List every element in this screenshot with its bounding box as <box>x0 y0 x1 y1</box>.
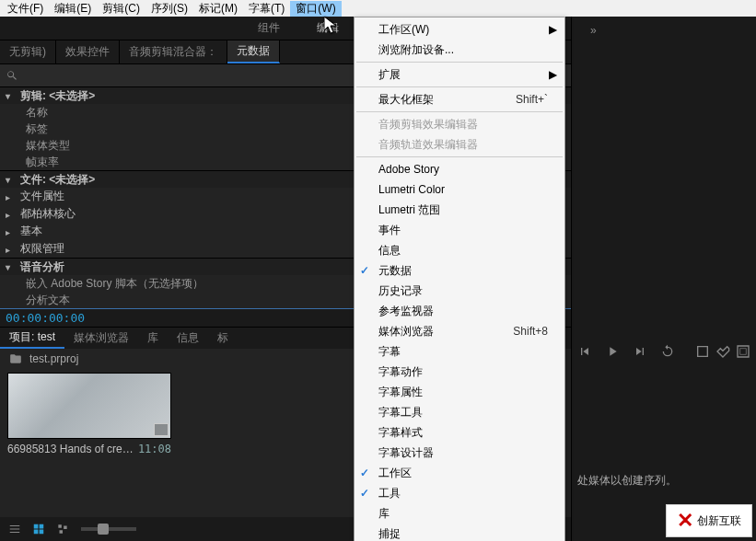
meta-item-label: 权限管理 <box>20 241 64 257</box>
menu-item-字幕工具[interactable]: 字幕工具 <box>355 402 564 422</box>
menu-item-工作区[interactable]: ✓工作区 <box>355 463 564 483</box>
search-icon <box>6 69 18 82</box>
menu-窗口(W)[interactable]: 窗口(W) <box>290 1 341 17</box>
safe-margins-icon[interactable] <box>736 344 750 359</box>
menu-item-字幕[interactable]: 字幕 <box>355 341 564 362</box>
panel-tab-1[interactable]: 效果控件 <box>56 40 120 63</box>
menu-separator <box>356 111 563 112</box>
project-tab-0[interactable]: 项目: test <box>0 328 64 349</box>
window-menu-dropdown: 工作区(W)▶浏览附加设备...扩展▶最大化框架Shift+`音频剪辑效果编辑器… <box>354 17 565 541</box>
menu-item-媒体浏览器[interactable]: 媒体浏览器Shift+8 <box>355 321 564 341</box>
menu-item-扩展[interactable]: 扩展▶ <box>355 64 564 85</box>
menu-编辑(E)[interactable]: 编辑(E) <box>49 1 97 17</box>
check-icon: ✓ <box>360 487 369 500</box>
menu-item-信息[interactable]: 信息 <box>355 240 564 260</box>
icon-view-button[interactable] <box>28 520 50 538</box>
project-tab-4[interactable]: 标 <box>208 328 238 349</box>
workspace-编辑[interactable]: 编辑 <box>317 20 339 36</box>
menu-item-历史记录[interactable]: 历史记录 <box>355 281 564 301</box>
bin-icon <box>9 352 22 365</box>
program-monitor-area: » 处媒体以创建序列。 <box>571 17 756 541</box>
meta-item-label: 文件属性 <box>20 189 64 204</box>
disclosure-triangle-icon[interactable] <box>6 208 17 221</box>
menu-item-工作区(W)[interactable]: 工作区(W)▶ <box>355 19 564 40</box>
disclosure-triangle-icon[interactable] <box>6 173 17 186</box>
watermark-icon: ✕ <box>677 509 693 533</box>
menu-item-label: 浏览附加设备... <box>378 42 454 58</box>
menu-item-Lumetri Color[interactable]: Lumetri Color <box>355 179 564 200</box>
menu-item-Lumetri 范围[interactable]: Lumetri 范围 <box>355 200 564 220</box>
disclosure-triangle-icon[interactable] <box>6 190 17 203</box>
submenu-arrow-icon: ▶ <box>549 23 557 36</box>
step-back-icon[interactable] <box>577 344 592 359</box>
menu-item-label: Adobe Story <box>378 163 439 176</box>
menu-item-库[interactable]: 库 <box>355 503 564 524</box>
disclosure-triangle-icon[interactable] <box>6 225 17 238</box>
menu-item-浏览附加设备...[interactable]: 浏览附加设备... <box>355 40 564 60</box>
menu-item-音频轨道效果编辑器: 音频轨道效果编辑器 <box>355 134 564 155</box>
project-tab-2[interactable]: 库 <box>138 328 168 349</box>
check-icon: ✓ <box>360 466 369 479</box>
menu-item-捕捉[interactable]: 捕捉 <box>355 524 564 541</box>
menu-item-工具[interactable]: ✓工具 <box>355 483 564 503</box>
play-icon[interactable] <box>605 344 620 359</box>
clip-duration: 11:08 <box>138 443 171 455</box>
overflow-chevron-icon[interactable]: » <box>590 24 597 37</box>
menu-文件(F)[interactable]: 文件(F) <box>2 1 49 17</box>
submenu-arrow-icon: ▶ <box>549 68 557 81</box>
disclosure-triangle-icon[interactable] <box>6 89 17 102</box>
menu-item-元数据[interactable]: ✓元数据 <box>355 260 564 281</box>
menu-item-label: 媒体浏览器 <box>378 324 434 340</box>
list-view-button[interactable] <box>4 520 26 538</box>
panel-tab-3[interactable]: 元数据 <box>227 40 280 63</box>
menu-item-label: 库 <box>378 506 390 522</box>
menu-item-音频剪辑效果编辑器: 音频剪辑效果编辑器 <box>355 114 564 134</box>
disclosure-triangle-icon[interactable] <box>6 260 17 273</box>
menu-item-参考监视器[interactable]: 参考监视器 <box>355 301 564 321</box>
workspace-组件[interactable]: 组件 <box>258 20 280 36</box>
freeform-view-button[interactable] <box>52 520 74 538</box>
project-filename: test.prproj <box>29 352 78 365</box>
panel-tab-0[interactable]: 无剪辑) <box>0 40 56 63</box>
menu-item-label: 工作区 <box>378 466 412 481</box>
step-forward-icon[interactable] <box>633 344 647 359</box>
clip-thumbnail[interactable] <box>7 373 171 439</box>
clip-name[interactable]: 66985813 Hands of creativ... <box>7 443 138 455</box>
menu-item-字幕设计器[interactable]: 字幕设计器 <box>355 443 564 463</box>
menu-item-label: 信息 <box>378 243 401 259</box>
project-tab-3[interactable]: 信息 <box>168 328 208 349</box>
menu-item-Adobe Story[interactable]: Adobe Story <box>355 159 564 179</box>
main-menubar: 文件(F)编辑(E)剪辑(C)序列(S)标记(M)字幕(T)窗口(W) <box>0 0 756 17</box>
menu-item-label: 工具 <box>378 486 401 501</box>
zoom-slider[interactable] <box>81 527 136 531</box>
menu-序列(S)[interactable]: 序列(S) <box>145 1 193 17</box>
menu-item-label: 扩展 <box>378 67 401 83</box>
meta-item-label: 都柏林核心 <box>20 206 76 222</box>
watermark-text: 创新互联 <box>697 513 741 529</box>
menu-item-label: 元数据 <box>378 263 412 279</box>
loop-icon[interactable] <box>660 344 675 359</box>
panel-tab-2[interactable]: 音频剪辑混合器： <box>120 40 227 63</box>
meta-section-label: 剪辑: <未选择> <box>20 88 95 104</box>
menu-item-label: Lumetri 范围 <box>378 202 440 218</box>
project-tab-1[interactable]: 媒体浏览器 <box>64 328 138 349</box>
disclosure-triangle-icon[interactable] <box>6 243 17 256</box>
menu-item-字幕样式[interactable]: 字幕样式 <box>355 422 564 443</box>
meta-section-label: 语音分析 <box>20 259 64 275</box>
menu-item-label: 字幕样式 <box>378 425 423 441</box>
menu-item-label: 字幕 <box>378 344 401 360</box>
clip-badge-icon <box>154 423 169 436</box>
menu-item-字幕动作[interactable]: 字幕动作 <box>355 362 564 382</box>
menu-标记(M)[interactable]: 标记(M) <box>193 1 243 17</box>
menu-剪辑(C)[interactable]: 剪辑(C) <box>97 1 145 17</box>
wrench-icon[interactable] <box>715 344 730 359</box>
export-frame-icon[interactable] <box>695 344 710 359</box>
menu-字幕(T)[interactable]: 字幕(T) <box>243 1 290 17</box>
shortcut-label: Shift+8 <box>513 325 548 338</box>
menu-item-label: 参考监视器 <box>378 304 434 319</box>
menu-item-最大化框架[interactable]: 最大化框架Shift+` <box>355 89 564 109</box>
menu-item-事件[interactable]: 事件 <box>355 220 564 240</box>
menu-item-label: 工作区(W) <box>378 22 429 38</box>
timecode: 00:00:00:00 <box>0 311 85 325</box>
menu-item-字幕属性[interactable]: 字幕属性 <box>355 382 564 402</box>
